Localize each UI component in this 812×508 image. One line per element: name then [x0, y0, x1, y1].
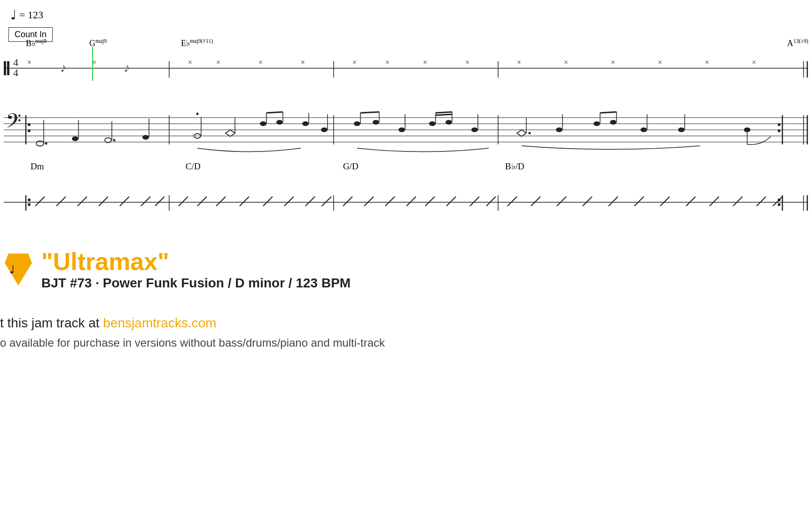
- chord-Dm: Dm: [31, 161, 44, 172]
- score-area: ♩ = 123 Count In 4 4: [0, 0, 812, 226]
- svg-rect-1: [4, 61, 6, 75]
- promo-text-before: t this jam track at: [0, 316, 103, 330]
- svg-text:×: ×: [258, 58, 263, 66]
- svg-line-111: [56, 197, 66, 206]
- svg-point-40: [28, 123, 31, 126]
- svg-line-131: [470, 197, 479, 206]
- svg-line-80: [436, 114, 452, 115]
- svg-point-73: [398, 127, 405, 132]
- svg-text:𝄢: 𝄢: [6, 110, 21, 137]
- svg-point-43: [778, 123, 781, 126]
- svg-point-81: [471, 127, 478, 132]
- svg-line-122: [284, 197, 294, 206]
- svg-line-135: [557, 197, 566, 206]
- svg-point-60: [276, 120, 283, 125]
- svg-point-47: [45, 143, 47, 145]
- logo-title-row: ♩ "Ultramax" BJT #73 · Power Funk Fusion…: [5, 249, 812, 290]
- svg-point-87: [593, 121, 600, 126]
- svg-point-75: [429, 121, 436, 126]
- svg-line-127: [385, 197, 395, 206]
- promo-link[interactable]: bensjamtracks.com: [103, 316, 216, 330]
- svg-line-112: [78, 197, 87, 206]
- song-meta: BJT #73 · Power Funk Fusion / D minor / …: [41, 277, 351, 290]
- svg-text:×: ×: [705, 58, 709, 66]
- drum-staff-svg: 4 4 × 𝅘𝅥𝅮 × 𝅘𝅥𝅮 × × × × ×: [0, 52, 812, 85]
- svg-point-52: [113, 139, 116, 142]
- svg-line-124: [322, 197, 331, 206]
- quarter-note-icon: ♩: [10, 8, 16, 22]
- svg-line-128: [406, 197, 416, 206]
- svg-point-45: [36, 141, 44, 146]
- drum-staff: 4 4 × 𝅘𝅥𝅮 × 𝅘𝅥𝅮 × × × × ×: [0, 52, 812, 85]
- svg-line-120: [240, 197, 249, 206]
- svg-line-63: [266, 112, 283, 113]
- svg-text:×: ×: [564, 58, 568, 66]
- svg-point-92: [640, 127, 647, 132]
- svg-line-116: [155, 197, 164, 206]
- info-section: ♩ "Ultramax" BJT #73 · Power Funk Fusion…: [0, 230, 812, 508]
- svg-line-142: [733, 197, 742, 206]
- svg-line-118: [197, 197, 207, 206]
- svg-line-138: [634, 197, 644, 206]
- svg-line-125: [343, 197, 352, 206]
- svg-line-136: [583, 197, 592, 206]
- chord-Ebmaj9: E♭maj9(♯11): [181, 38, 213, 48]
- svg-point-76: [445, 120, 452, 125]
- promo-sub-text: o available for purchase in versions wit…: [0, 336, 812, 349]
- svg-text:4: 4: [13, 67, 18, 79]
- svg-text:×: ×: [423, 58, 427, 66]
- tempo-value: = 123: [19, 9, 43, 21]
- chord-Bbmaj9: B♭maj9: [26, 38, 47, 48]
- svg-line-141: [710, 197, 719, 206]
- tempo-marking: ♩ = 123: [10, 8, 43, 22]
- svg-line-91: [600, 112, 617, 113]
- svg-line-130: [446, 197, 456, 206]
- svg-line-129: [425, 197, 435, 206]
- svg-text:×: ×: [27, 58, 31, 66]
- svg-line-140: [686, 197, 695, 206]
- title-block: "Ultramax" BJT #73 · Power Funk Fusion /…: [41, 249, 351, 290]
- svg-point-48: [72, 136, 78, 141]
- svg-point-94: [678, 127, 685, 132]
- svg-line-115: [141, 197, 150, 206]
- svg-point-109: [778, 203, 781, 206]
- melody-staff: 𝄢: [0, 103, 812, 160]
- song-title: "Ultramax": [41, 249, 351, 274]
- svg-text:×: ×: [517, 58, 521, 66]
- svg-point-64: [302, 121, 309, 126]
- svg-line-79: [436, 112, 452, 113]
- svg-line-143: [757, 197, 766, 206]
- svg-text:♩: ♩: [9, 264, 14, 276]
- svg-line-110: [35, 197, 45, 206]
- svg-text:×: ×: [611, 58, 615, 66]
- svg-line-113: [99, 197, 108, 206]
- svg-point-83: [529, 132, 531, 135]
- svg-text:×: ×: [352, 58, 357, 66]
- brand-logo: ♩: [5, 254, 32, 286]
- svg-rect-2: [7, 61, 9, 75]
- svg-point-106: [28, 203, 31, 206]
- svg-point-41: [28, 129, 31, 132]
- svg-line-119: [216, 197, 226, 206]
- svg-line-139: [660, 197, 670, 206]
- melody-staff-svg: 𝄢: [0, 103, 812, 160]
- svg-point-85: [556, 127, 562, 132]
- svg-line-72: [360, 112, 379, 113]
- svg-text:×: ×: [658, 58, 662, 66]
- svg-text:×: ×: [216, 58, 220, 66]
- svg-point-59: [260, 121, 266, 126]
- chord-A13: A13(♭9): [787, 38, 808, 48]
- svg-text:×: ×: [752, 58, 756, 66]
- svg-line-126: [364, 197, 374, 206]
- svg-point-69: [373, 120, 379, 125]
- svg-text:×: ×: [385, 58, 390, 66]
- svg-line-137: [609, 197, 618, 206]
- chord-BbD: B♭/D: [505, 161, 524, 172]
- chord-GD: G/D: [343, 161, 359, 172]
- svg-text:×: ×: [188, 58, 192, 66]
- svg-point-68: [354, 121, 360, 126]
- chord-CD: C/D: [186, 161, 201, 172]
- svg-point-88: [610, 120, 617, 125]
- svg-line-123: [305, 197, 315, 206]
- svg-point-66: [321, 127, 328, 132]
